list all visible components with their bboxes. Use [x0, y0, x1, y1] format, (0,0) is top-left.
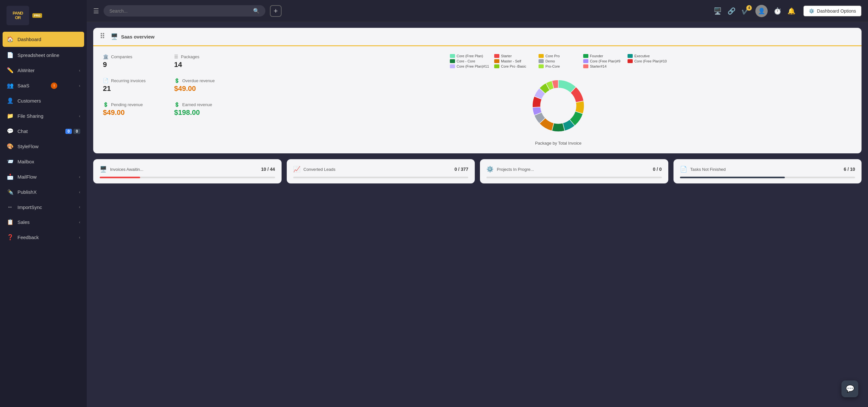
bottom-card-icon: 🖥️ [100, 166, 107, 173]
sidebar-item-importsync[interactable]: ↔️ ImportSync ‹ [0, 199, 87, 215]
pending-icon: 💲 [103, 102, 108, 107]
legend-item: Core (Free Plan)#9 [583, 59, 622, 63]
legend-item: Demo [538, 59, 578, 63]
bell-icon[interactable]: 🔔 [787, 7, 796, 15]
section-dots[interactable]: ⠿ [100, 32, 105, 41]
packages-stat: ☰ Packages 14 [174, 54, 232, 69]
saas-overview-card: ⠿ 🖥️ Saas overview 🏛️ Companies 9 [93, 28, 862, 153]
overdue-label: Overdue revenue [182, 78, 215, 83]
overdue-stat: 💲 Overdue revenue $49.00 [174, 78, 232, 93]
bottom-card-invoices: 🖥️ Invoices Awaitin... 10 / 44 [93, 159, 282, 183]
pending-stat: 💲 Pending revenue $49.00 [103, 102, 161, 117]
chevron-icon: ‹ [79, 175, 80, 179]
legend-item: Core (Free Plan)#11 [450, 64, 489, 68]
gear-icon: ⚙️ [809, 8, 814, 13]
sidebar-item-sales[interactable]: 📋 Sales ‹ [0, 215, 87, 230]
bottom-card-value: 10 / 44 [261, 167, 275, 172]
companies-stat: 🏛️ Companies 9 [103, 54, 161, 69]
overdue-icon: 💲 [174, 78, 180, 83]
search-input[interactable] [110, 8, 250, 13]
sidebar-item-customers[interactable]: 👤 Customers [0, 93, 87, 108]
legend-label: Demo [545, 59, 555, 63]
donut-segment [552, 123, 565, 132]
sidebar-item-mailflow[interactable]: 📩 MailFlow ‹ [0, 169, 87, 184]
pending-value: $49.00 [103, 108, 161, 117]
chat-float-button[interactable]: 💬 [841, 380, 858, 397]
bottom-card-title: Converted Leads [304, 167, 336, 172]
legend-label: Starter [501, 54, 512, 58]
legend-item: Pro-Core [538, 64, 578, 68]
sidebar-label-aiwriter: AiWriter [18, 68, 35, 73]
legend-label: Core (Free Plan)#9 [590, 59, 620, 63]
search-bar: 🔍 [103, 5, 266, 17]
menu-toggle-button[interactable]: ☰ [93, 7, 99, 15]
bottom-card-header: 📈 Converted Leads 0 / 377 [293, 166, 469, 173]
legend-item: Executive [627, 54, 667, 58]
legend-color [583, 59, 588, 63]
screen-share-icon[interactable]: 🖥️ [714, 7, 722, 15]
dashboard-options-button[interactable]: ⚙️ Dashboard Options [803, 5, 862, 17]
sidebar-item-feedback[interactable]: ❓ Feedback ‹ [0, 230, 87, 245]
recurring-icon: 📄 [103, 78, 108, 83]
stats-row-2: 📄 Recurring invoices 21 💲 Overdue revenu… [103, 78, 265, 93]
recurring-stat: 📄 Recurring invoices 21 [103, 78, 161, 93]
legend-color [494, 54, 499, 58]
timer-icon[interactable]: ⏱️ [774, 7, 782, 15]
search-icon: 🔍 [253, 8, 259, 14]
customers-icon: 👤 [6, 97, 13, 104]
sidebar-label-chat: Chat [18, 128, 28, 134]
chevron-icon: ‹ [79, 205, 80, 209]
notification-badge: 4 [746, 5, 752, 11]
user-avatar[interactable]: 👤 [755, 5, 768, 17]
overview-header: ⠿ 🖥️ Saas overview [93, 28, 862, 46]
dashboard-options-label: Dashboard Options [817, 8, 856, 13]
stats-left: 🏛️ Companies 9 ☰ Packages 14 [103, 54, 265, 146]
progress-bar-bg [293, 177, 469, 178]
checkmark-notifications-icon[interactable]: ✔️ 4 [741, 7, 749, 15]
sidebar-label-mailbox: Mailbox [18, 159, 34, 164]
legend-label: Core (Free Plan)#10 [634, 59, 667, 63]
legend-label: Core - Core [457, 59, 475, 63]
sidebar-label-sales: Sales [18, 219, 30, 225]
sidebar-item-mailbox[interactable]: 📨 Mailbox [0, 154, 87, 169]
sidebar-item-aiwriter[interactable]: ✏️ AiWriter ‹ [0, 63, 87, 78]
pending-label: Pending revenue [111, 102, 143, 107]
sidebar-item-filesharing[interactable]: 📁 File Sharing ‹ [0, 108, 87, 124]
sidebar-item-styleflow[interactable]: 🎨 StyleFlow [0, 139, 87, 154]
bottom-card-value: 0 / 0 [653, 167, 661, 172]
share-icon[interactable]: 🔗 [727, 7, 736, 15]
chat-badges: 0 0 [65, 129, 80, 134]
legend-item: Core (Free Plan)#10 [627, 59, 667, 63]
chevron-icon: ‹ [79, 114, 80, 118]
bottom-card-title: Invoices Awaitin... [110, 167, 143, 172]
spreadsheet-icon: 📄 [6, 52, 13, 59]
bottom-card-title: Tasks Not Finished [690, 167, 726, 172]
stats-row-3: 💲 Pending revenue $49.00 💲 Earned revenu… [103, 102, 265, 117]
recurring-label: Recurring invoices [111, 78, 146, 83]
legend-label: Pro-Core [545, 64, 560, 68]
legend-item: Core Pro -Basic [494, 64, 533, 68]
progress-bar-fill [680, 177, 785, 178]
sidebar-item-publishx[interactable]: ✒️ PublishX ‹ [0, 184, 87, 199]
aiwriter-icon: ✏️ [6, 67, 13, 74]
main-area: ☰ 🔍 + 🖥️ 🔗 ✔️ 4 👤 ⏱️ 🔔 ⚙️ Dashboard Opti… [87, 0, 868, 407]
legend-color [450, 59, 455, 63]
sidebar-item-spreadsheet[interactable]: 📄 Spreadsheet online [0, 48, 87, 63]
sidebar-item-chat[interactable]: 💬 Chat 0 0 [0, 124, 87, 139]
sidebar-label-dashboard: Dashboard [18, 37, 41, 42]
add-button[interactable]: + [270, 5, 282, 17]
legend-color [538, 59, 544, 63]
legend-label: Core Pro -Basic [501, 64, 526, 68]
bottom-card-value: 6 / 10 [844, 167, 855, 172]
sidebar-item-dashboard[interactable]: 🏠 Dashboard [3, 32, 84, 47]
bottom-card-icon: 📄 [680, 166, 687, 173]
sales-icon: 📋 [6, 219, 13, 225]
legend-item: Founder [583, 54, 622, 58]
sidebar-label-spreadsheet: Spreadsheet online [18, 53, 59, 58]
legend-label: Core Pro [545, 54, 560, 58]
mailbox-icon: 📨 [6, 158, 13, 165]
content-area: ⠿ 🖥️ Saas overview 🏛️ Companies 9 [87, 22, 868, 407]
legend-item: Core - Core [450, 59, 489, 63]
bottom-card-tasks: 📄 Tasks Not Finished 6 / 10 [674, 159, 862, 183]
sidebar-item-saas[interactable]: 👥 SaaS ! ‹ [0, 78, 87, 93]
